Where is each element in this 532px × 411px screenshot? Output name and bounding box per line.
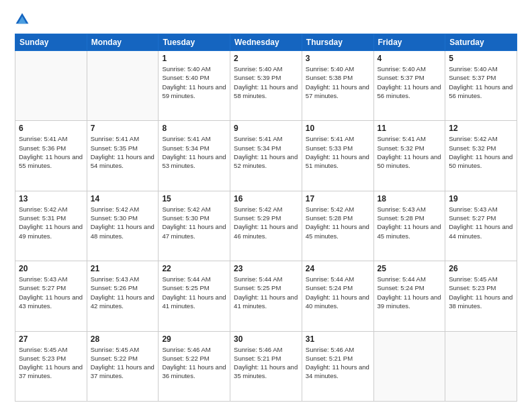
day-number: 31: [306, 334, 370, 344]
day-info: Sunrise: 5:41 AM Sunset: 5:35 PM Dayligh…: [91, 134, 155, 170]
calendar-cell: 22Sunrise: 5:44 AM Sunset: 5:25 PM Dayli…: [159, 261, 230, 331]
calendar-cell: [87, 51, 159, 121]
weekday-header: Friday: [373, 34, 445, 51]
day-number: 30: [234, 334, 298, 344]
weekday-header: Wednesday: [230, 34, 302, 51]
calendar-cell: 29Sunrise: 5:46 AM Sunset: 5:22 PM Dayli…: [159, 331, 230, 401]
day-info: Sunrise: 5:44 AM Sunset: 5:24 PM Dayligh…: [306, 275, 370, 310]
day-info: Sunrise: 5:43 AM Sunset: 5:27 PM Dayligh…: [449, 205, 513, 240]
day-number: 23: [234, 264, 298, 273]
day-info: Sunrise: 5:40 AM Sunset: 5:40 PM Dayligh…: [162, 64, 226, 100]
day-number: 10: [306, 124, 370, 133]
calendar-cell: 5Sunrise: 5:40 AM Sunset: 5:37 PM Daylig…: [445, 51, 517, 121]
calendar-cell: 1Sunrise: 5:40 AM Sunset: 5:40 PM Daylig…: [159, 51, 230, 121]
weekday-header: Tuesday: [159, 34, 230, 51]
calendar-cell: 25Sunrise: 5:44 AM Sunset: 5:24 PM Dayli…: [373, 261, 445, 331]
calendar-cell: 27Sunrise: 5:45 AM Sunset: 5:23 PM Dayli…: [15, 331, 87, 401]
day-info: Sunrise: 5:46 AM Sunset: 5:22 PM Dayligh…: [162, 345, 226, 381]
weekday-header: Sunday: [15, 34, 87, 51]
day-info: Sunrise: 5:43 AM Sunset: 5:27 PM Dayligh…: [19, 275, 83, 310]
calendar-cell: 16Sunrise: 5:42 AM Sunset: 5:29 PM Dayli…: [230, 191, 302, 261]
day-number: 18: [378, 194, 442, 203]
day-info: Sunrise: 5:42 AM Sunset: 5:29 PM Dayligh…: [234, 205, 298, 240]
day-number: 11: [378, 124, 442, 133]
weekday-header: Saturday: [445, 34, 517, 51]
day-info: Sunrise: 5:43 AM Sunset: 5:28 PM Dayligh…: [378, 205, 442, 240]
weekday-header: Thursday: [302, 34, 373, 51]
calendar-cell: 21Sunrise: 5:43 AM Sunset: 5:26 PM Dayli…: [87, 261, 159, 331]
calendar-week-row: 27Sunrise: 5:45 AM Sunset: 5:23 PM Dayli…: [15, 331, 517, 401]
calendar-cell: 18Sunrise: 5:43 AM Sunset: 5:28 PM Dayli…: [373, 191, 445, 261]
day-info: Sunrise: 5:41 AM Sunset: 5:36 PM Dayligh…: [19, 134, 83, 170]
day-number: 5: [449, 54, 513, 63]
day-number: 29: [162, 334, 226, 344]
day-number: 12: [449, 124, 513, 133]
day-number: 8: [162, 124, 226, 133]
calendar-week-row: 1Sunrise: 5:40 AM Sunset: 5:40 PM Daylig…: [15, 51, 517, 121]
calendar-cell: 26Sunrise: 5:45 AM Sunset: 5:23 PM Dayli…: [445, 261, 517, 331]
calendar-cell: 17Sunrise: 5:42 AM Sunset: 5:28 PM Dayli…: [302, 191, 373, 261]
calendar-cell: 23Sunrise: 5:44 AM Sunset: 5:25 PM Dayli…: [230, 261, 302, 331]
day-number: 19: [449, 194, 513, 203]
day-info: Sunrise: 5:42 AM Sunset: 5:30 PM Dayligh…: [91, 205, 155, 240]
day-info: Sunrise: 5:45 AM Sunset: 5:23 PM Dayligh…: [19, 345, 83, 381]
day-info: Sunrise: 5:42 AM Sunset: 5:30 PM Dayligh…: [162, 205, 226, 240]
day-number: 26: [449, 264, 513, 273]
day-number: 24: [306, 264, 370, 273]
calendar-week-row: 6Sunrise: 5:41 AM Sunset: 5:36 PM Daylig…: [15, 121, 517, 191]
day-info: Sunrise: 5:42 AM Sunset: 5:32 PM Dayligh…: [449, 134, 513, 170]
day-number: 27: [19, 334, 83, 344]
day-number: 3: [306, 54, 370, 63]
calendar-week-row: 20Sunrise: 5:43 AM Sunset: 5:27 PM Dayli…: [15, 261, 517, 331]
day-info: Sunrise: 5:46 AM Sunset: 5:21 PM Dayligh…: [306, 345, 370, 381]
day-info: Sunrise: 5:42 AM Sunset: 5:28 PM Dayligh…: [306, 205, 370, 240]
day-info: Sunrise: 5:40 AM Sunset: 5:38 PM Dayligh…: [306, 64, 370, 100]
calendar-cell: 10Sunrise: 5:41 AM Sunset: 5:33 PM Dayli…: [302, 121, 373, 191]
page: SundayMondayTuesdayWednesdayThursdayFrid…: [0, 0, 532, 411]
day-number: 17: [306, 194, 370, 203]
calendar-cell: 3Sunrise: 5:40 AM Sunset: 5:38 PM Daylig…: [302, 51, 373, 121]
day-info: Sunrise: 5:40 AM Sunset: 5:39 PM Dayligh…: [234, 64, 298, 100]
calendar-cell: 15Sunrise: 5:42 AM Sunset: 5:30 PM Dayli…: [159, 191, 230, 261]
calendar-cell: 11Sunrise: 5:41 AM Sunset: 5:32 PM Dayli…: [373, 121, 445, 191]
calendar-cell: [445, 331, 517, 401]
header: [15, 12, 517, 27]
day-number: 9: [234, 124, 298, 133]
logo: [15, 12, 32, 27]
calendar-week-row: 13Sunrise: 5:42 AM Sunset: 5:31 PM Dayli…: [15, 191, 517, 261]
day-number: 14: [91, 194, 155, 203]
day-number: 21: [91, 264, 155, 273]
calendar-cell: 30Sunrise: 5:46 AM Sunset: 5:21 PM Dayli…: [230, 331, 302, 401]
calendar-header-row: SundayMondayTuesdayWednesdayThursdayFrid…: [15, 34, 517, 51]
day-info: Sunrise: 5:41 AM Sunset: 5:32 PM Dayligh…: [378, 134, 442, 170]
calendar-cell: 8Sunrise: 5:41 AM Sunset: 5:34 PM Daylig…: [159, 121, 230, 191]
day-info: Sunrise: 5:44 AM Sunset: 5:25 PM Dayligh…: [234, 275, 298, 310]
calendar-cell: 2Sunrise: 5:40 AM Sunset: 5:39 PM Daylig…: [230, 51, 302, 121]
day-info: Sunrise: 5:44 AM Sunset: 5:25 PM Dayligh…: [162, 275, 226, 310]
calendar-cell: 9Sunrise: 5:41 AM Sunset: 5:34 PM Daylig…: [230, 121, 302, 191]
day-info: Sunrise: 5:40 AM Sunset: 5:37 PM Dayligh…: [378, 64, 442, 100]
day-info: Sunrise: 5:46 AM Sunset: 5:21 PM Dayligh…: [234, 345, 298, 381]
day-number: 4: [378, 54, 442, 63]
calendar-cell: 4Sunrise: 5:40 AM Sunset: 5:37 PM Daylig…: [373, 51, 445, 121]
day-number: 13: [19, 194, 83, 203]
calendar-cell: 14Sunrise: 5:42 AM Sunset: 5:30 PM Dayli…: [87, 191, 159, 261]
day-number: 7: [91, 124, 155, 133]
calendar-cell: 31Sunrise: 5:46 AM Sunset: 5:21 PM Dayli…: [302, 331, 373, 401]
calendar-cell: 20Sunrise: 5:43 AM Sunset: 5:27 PM Dayli…: [15, 261, 87, 331]
calendar-cell: 24Sunrise: 5:44 AM Sunset: 5:24 PM Dayli…: [302, 261, 373, 331]
day-number: 20: [19, 264, 83, 273]
day-number: 1: [162, 54, 226, 63]
calendar-cell: [15, 51, 87, 121]
calendar-cell: 7Sunrise: 5:41 AM Sunset: 5:35 PM Daylig…: [87, 121, 159, 191]
day-number: 16: [234, 194, 298, 203]
calendar-cell: 28Sunrise: 5:45 AM Sunset: 5:22 PM Dayli…: [87, 331, 159, 401]
logo-icon: [15, 12, 30, 27]
calendar-cell: 12Sunrise: 5:42 AM Sunset: 5:32 PM Dayli…: [445, 121, 517, 191]
calendar-cell: 19Sunrise: 5:43 AM Sunset: 5:27 PM Dayli…: [445, 191, 517, 261]
day-number: 25: [378, 264, 442, 273]
day-info: Sunrise: 5:45 AM Sunset: 5:23 PM Dayligh…: [449, 275, 513, 310]
calendar-table: SundayMondayTuesdayWednesdayThursdayFrid…: [15, 34, 517, 402]
day-info: Sunrise: 5:43 AM Sunset: 5:26 PM Dayligh…: [91, 275, 155, 310]
day-info: Sunrise: 5:41 AM Sunset: 5:33 PM Dayligh…: [306, 134, 370, 170]
